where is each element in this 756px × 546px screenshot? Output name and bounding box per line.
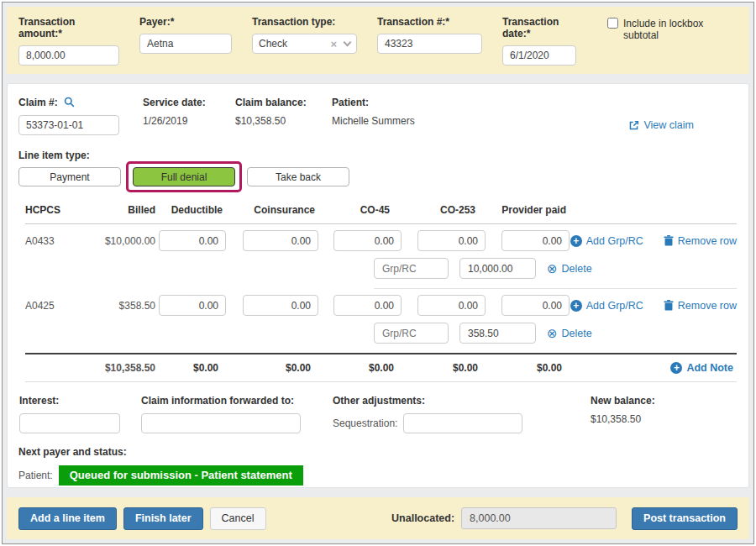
deductible-input[interactable] (159, 230, 226, 251)
table-row: A0433 $10,000.00 +Add Grp/RC Remove row (25, 224, 740, 253)
clear-icon[interactable]: × (330, 38, 337, 50)
delete-circle-icon: ⊗ (547, 262, 558, 275)
interest-input[interactable] (19, 413, 120, 433)
new-balance-field: New balance: $10,358.50 (591, 395, 740, 433)
col-co45: CO-45 (333, 204, 402, 216)
service-date-label: Service date: (143, 97, 235, 108)
col-co253: CO-253 (417, 204, 486, 216)
total-provider-paid: $0.00 (501, 362, 570, 374)
col-coinsurance: Coinsurance (243, 204, 318, 216)
add-grp-rc-link[interactable]: +Add Grp/RC (570, 235, 643, 247)
line-item-table: HCPCS Billed Deductible Coinsurance CO-4… (18, 200, 740, 382)
forwarded-input[interactable] (141, 413, 301, 433)
claim-panel: Claim #: Service date: 1/26/2019 Claim b… (7, 83, 749, 488)
col-deductible: Deductible (159, 204, 226, 216)
lockbox-subtotal-option: Include in lockbox subtotal (607, 16, 738, 65)
trash-icon (664, 300, 674, 311)
line-item-type-buttons: Payment Full denial Take back (18, 167, 740, 186)
transaction-number-input[interactable] (377, 34, 482, 54)
forwarded-field: Claim information forwarded to: (141, 395, 333, 433)
take-back-button[interactable]: Take back (247, 167, 349, 186)
transaction-date-input[interactable] (502, 45, 576, 66)
line-item-type-label: Line item type: (18, 150, 740, 161)
co45-input[interactable] (333, 295, 402, 316)
annotation-highlight: Full denial (126, 161, 242, 192)
add-line-item-button[interactable]: Add a line item (18, 507, 117, 530)
grp-rc-input[interactable] (374, 323, 449, 344)
remove-row-link[interactable]: Remove row (664, 300, 737, 312)
payer-input[interactable] (139, 34, 232, 54)
col-provider-paid: Provider paid (501, 204, 570, 216)
post-transaction-button[interactable]: Post transaction (632, 507, 738, 530)
lockbox-subtotal-label: Include in lockbox subtotal (623, 18, 738, 41)
delete-label: Delete (562, 328, 592, 339)
view-claim-link[interactable]: View claim (628, 115, 694, 135)
lockbox-subtotal-checkbox[interactable] (607, 18, 618, 29)
external-link-icon (628, 120, 639, 131)
view-claim-label: View claim (643, 119, 694, 131)
full-denial-button[interactable]: Full denial (133, 167, 235, 186)
table-header-row: HCPCS Billed Deductible Coinsurance CO-4… (25, 200, 737, 224)
co253-input[interactable] (417, 230, 486, 251)
transaction-date-label: Transaction date:* (502, 16, 587, 39)
sequestration-input[interactable] (403, 413, 522, 433)
add-grp-rc-label: Add Grp/RC (586, 235, 643, 247)
add-note-link[interactable]: +Add Note (670, 362, 733, 374)
total-billed: $10,358.50 (71, 362, 155, 374)
status-badge: Queued for submission - Patient statemen… (59, 465, 303, 486)
delete-link[interactable]: ⊗Delete (547, 262, 592, 275)
search-icon[interactable] (64, 97, 75, 108)
total-deductible: $0.00 (159, 362, 226, 374)
transaction-number-label: Transaction #:* (377, 16, 482, 28)
coinsurance-input[interactable] (243, 230, 318, 251)
patient-label: Patient: (332, 97, 500, 108)
cancel-button[interactable]: Cancel (210, 507, 266, 530)
total-co45: $0.00 (333, 362, 402, 374)
transaction-window: Transaction amount:* Payer:* Transaction… (2, 2, 754, 544)
claim-balance-label: Claim balance: (235, 97, 332, 108)
provider-paid-input[interactable] (501, 295, 570, 316)
total-co253: $0.00 (417, 362, 486, 374)
col-hcpcs: HCPCS (25, 204, 71, 216)
unallocated-group: Unallocated: (391, 507, 617, 529)
coinsurance-input[interactable] (243, 295, 318, 316)
add-grp-rc-link[interactable]: +Add Grp/RC (570, 300, 643, 312)
plus-circle-icon: + (570, 300, 582, 312)
adjustments-row: Interest: Claim information forwarded to… (18, 395, 740, 433)
unallocated-input (461, 507, 617, 529)
next-payer-status-row: Patient: Queued for submission - Patient… (18, 465, 740, 486)
remove-row-label: Remove row (678, 300, 737, 312)
payment-button[interactable]: Payment (18, 167, 121, 186)
hcpcs-code: A0425 (25, 300, 71, 312)
totals-row: $10,358.50 $0.00 $0.00 $0.00 $0.00 $0.00… (25, 353, 737, 382)
trash-icon (664, 235, 674, 246)
payer-label: Payer:* (139, 16, 232, 28)
grp-rc-amount-input[interactable] (459, 258, 536, 279)
delete-link[interactable]: ⊗Delete (547, 327, 592, 339)
transaction-number-field: Transaction #:* (377, 16, 482, 65)
provider-paid-input[interactable] (501, 230, 570, 251)
other-adjustments-field: Other adjustments: Sequestration: (333, 395, 568, 433)
transaction-amount-label: Transaction amount:* (18, 16, 119, 39)
grp-rc-amount-input[interactable] (459, 323, 536, 344)
transaction-amount-input[interactable] (18, 45, 119, 66)
hcpcs-code: A0433 (25, 235, 71, 247)
delete-label: Delete (562, 263, 592, 275)
co253-input[interactable] (417, 295, 486, 316)
remove-row-link[interactable]: Remove row (664, 235, 737, 247)
deductible-input[interactable] (159, 295, 226, 316)
interest-field: Interest: (19, 395, 141, 433)
claim-number-input[interactable] (18, 115, 119, 135)
claim-number-label: Claim #: (18, 97, 58, 108)
delete-circle-icon: ⊗ (547, 327, 558, 339)
transaction-type-select[interactable]: Check × (252, 34, 357, 54)
payer-field: Payer:* (139, 16, 232, 65)
plus-circle-icon: + (670, 362, 682, 374)
grp-rc-input[interactable] (374, 258, 449, 279)
finish-later-button[interactable]: Finish later (123, 507, 203, 530)
chevron-down-icon[interactable] (344, 38, 352, 46)
co45-input[interactable] (333, 230, 402, 251)
footer-action-bar: Add a line item Finish later Cancel Unal… (7, 497, 749, 539)
transaction-date-field: Transaction date:* (502, 16, 587, 65)
billed-amount: $10,000.00 (71, 235, 155, 247)
